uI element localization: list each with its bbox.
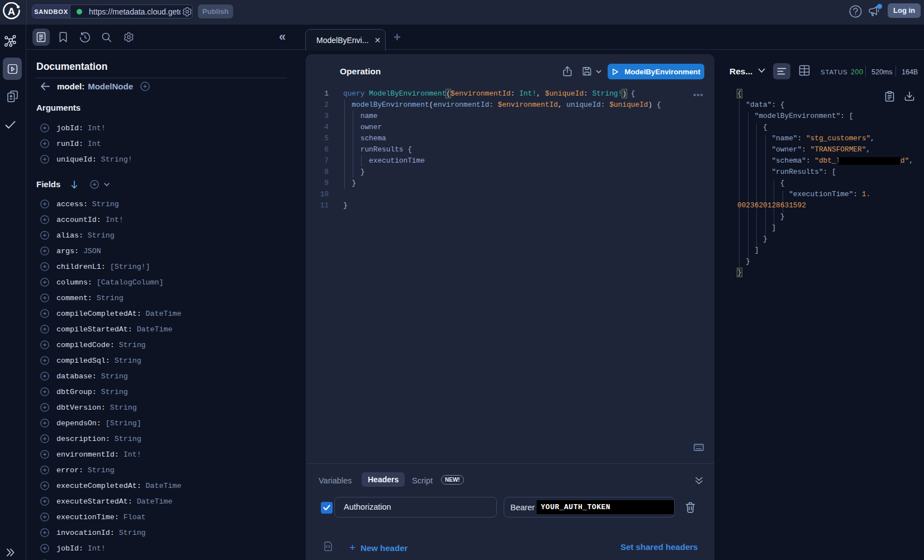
svg-text:A: A — [8, 6, 15, 17]
